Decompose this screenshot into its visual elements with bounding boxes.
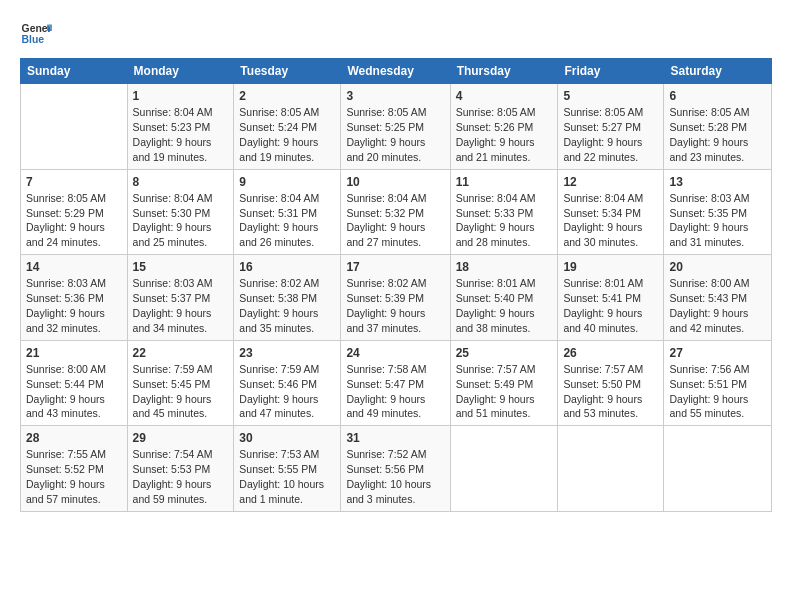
- day-info: Sunrise: 7:59 AMSunset: 5:45 PMDaylight:…: [133, 363, 213, 420]
- day-number: 15: [133, 259, 229, 275]
- calendar-week-row: 28Sunrise: 7:55 AMSunset: 5:52 PMDayligh…: [21, 426, 772, 512]
- header-day: Tuesday: [234, 59, 341, 84]
- day-info: Sunrise: 8:05 AMSunset: 5:27 PMDaylight:…: [563, 106, 643, 163]
- day-number: 30: [239, 430, 335, 446]
- calendar-cell: 31Sunrise: 7:52 AMSunset: 5:56 PMDayligh…: [341, 426, 450, 512]
- calendar-cell: 17Sunrise: 8:02 AMSunset: 5:39 PMDayligh…: [341, 255, 450, 341]
- calendar-cell: 2Sunrise: 8:05 AMSunset: 5:24 PMDaylight…: [234, 84, 341, 170]
- day-number: 7: [26, 174, 122, 190]
- calendar-cell: 11Sunrise: 8:04 AMSunset: 5:33 PMDayligh…: [450, 169, 558, 255]
- day-number: 29: [133, 430, 229, 446]
- day-info: Sunrise: 8:04 AMSunset: 5:32 PMDaylight:…: [346, 192, 426, 249]
- day-number: 8: [133, 174, 229, 190]
- calendar-cell: 5Sunrise: 8:05 AMSunset: 5:27 PMDaylight…: [558, 84, 664, 170]
- calendar-cell: 19Sunrise: 8:01 AMSunset: 5:41 PMDayligh…: [558, 255, 664, 341]
- day-info: Sunrise: 7:59 AMSunset: 5:46 PMDaylight:…: [239, 363, 319, 420]
- calendar-cell: [450, 426, 558, 512]
- day-number: 21: [26, 345, 122, 361]
- day-info: Sunrise: 7:57 AMSunset: 5:50 PMDaylight:…: [563, 363, 643, 420]
- header-day: Monday: [127, 59, 234, 84]
- calendar-week-row: 7Sunrise: 8:05 AMSunset: 5:29 PMDaylight…: [21, 169, 772, 255]
- header-row: SundayMondayTuesdayWednesdayThursdayFrid…: [21, 59, 772, 84]
- day-number: 20: [669, 259, 766, 275]
- calendar-cell: 25Sunrise: 7:57 AMSunset: 5:49 PMDayligh…: [450, 340, 558, 426]
- calendar-cell: 22Sunrise: 7:59 AMSunset: 5:45 PMDayligh…: [127, 340, 234, 426]
- calendar-cell: 20Sunrise: 8:00 AMSunset: 5:43 PMDayligh…: [664, 255, 772, 341]
- day-number: 19: [563, 259, 658, 275]
- calendar-cell: 7Sunrise: 8:05 AMSunset: 5:29 PMDaylight…: [21, 169, 128, 255]
- calendar-cell: 10Sunrise: 8:04 AMSunset: 5:32 PMDayligh…: [341, 169, 450, 255]
- day-info: Sunrise: 8:04 AMSunset: 5:34 PMDaylight:…: [563, 192, 643, 249]
- day-number: 14: [26, 259, 122, 275]
- header-day: Friday: [558, 59, 664, 84]
- header-day: Thursday: [450, 59, 558, 84]
- calendar-cell: 26Sunrise: 7:57 AMSunset: 5:50 PMDayligh…: [558, 340, 664, 426]
- page-header: General Blue: [20, 18, 772, 50]
- logo: General Blue: [20, 18, 56, 50]
- day-number: 18: [456, 259, 553, 275]
- day-info: Sunrise: 7:54 AMSunset: 5:53 PMDaylight:…: [133, 448, 213, 505]
- day-number: 3: [346, 88, 444, 104]
- calendar-cell: 14Sunrise: 8:03 AMSunset: 5:36 PMDayligh…: [21, 255, 128, 341]
- day-info: Sunrise: 8:00 AMSunset: 5:43 PMDaylight:…: [669, 277, 749, 334]
- day-info: Sunrise: 8:04 AMSunset: 5:31 PMDaylight:…: [239, 192, 319, 249]
- calendar-cell: 12Sunrise: 8:04 AMSunset: 5:34 PMDayligh…: [558, 169, 664, 255]
- calendar-week-row: 14Sunrise: 8:03 AMSunset: 5:36 PMDayligh…: [21, 255, 772, 341]
- day-info: Sunrise: 8:04 AMSunset: 5:33 PMDaylight:…: [456, 192, 536, 249]
- day-info: Sunrise: 8:00 AMSunset: 5:44 PMDaylight:…: [26, 363, 106, 420]
- calendar-cell: 15Sunrise: 8:03 AMSunset: 5:37 PMDayligh…: [127, 255, 234, 341]
- day-number: 2: [239, 88, 335, 104]
- day-info: Sunrise: 8:05 AMSunset: 5:25 PMDaylight:…: [346, 106, 426, 163]
- calendar-cell: [21, 84, 128, 170]
- day-info: Sunrise: 8:05 AMSunset: 5:26 PMDaylight:…: [456, 106, 536, 163]
- day-info: Sunrise: 7:57 AMSunset: 5:49 PMDaylight:…: [456, 363, 536, 420]
- day-info: Sunrise: 8:03 AMSunset: 5:35 PMDaylight:…: [669, 192, 749, 249]
- calendar-cell: 27Sunrise: 7:56 AMSunset: 5:51 PMDayligh…: [664, 340, 772, 426]
- day-info: Sunrise: 7:52 AMSunset: 5:56 PMDaylight:…: [346, 448, 431, 505]
- day-info: Sunrise: 8:03 AMSunset: 5:37 PMDaylight:…: [133, 277, 213, 334]
- calendar-cell: 16Sunrise: 8:02 AMSunset: 5:38 PMDayligh…: [234, 255, 341, 341]
- calendar-cell: 28Sunrise: 7:55 AMSunset: 5:52 PMDayligh…: [21, 426, 128, 512]
- header-day: Sunday: [21, 59, 128, 84]
- calendar-cell: 18Sunrise: 8:01 AMSunset: 5:40 PMDayligh…: [450, 255, 558, 341]
- day-number: 31: [346, 430, 444, 446]
- calendar-cell: [558, 426, 664, 512]
- day-info: Sunrise: 7:53 AMSunset: 5:55 PMDaylight:…: [239, 448, 324, 505]
- day-number: 17: [346, 259, 444, 275]
- day-info: Sunrise: 8:04 AMSunset: 5:30 PMDaylight:…: [133, 192, 213, 249]
- day-number: 5: [563, 88, 658, 104]
- header-day: Saturday: [664, 59, 772, 84]
- day-info: Sunrise: 7:58 AMSunset: 5:47 PMDaylight:…: [346, 363, 426, 420]
- day-number: 23: [239, 345, 335, 361]
- day-info: Sunrise: 8:02 AMSunset: 5:38 PMDaylight:…: [239, 277, 319, 334]
- calendar-cell: 24Sunrise: 7:58 AMSunset: 5:47 PMDayligh…: [341, 340, 450, 426]
- day-number: 11: [456, 174, 553, 190]
- calendar-cell: 8Sunrise: 8:04 AMSunset: 5:30 PMDaylight…: [127, 169, 234, 255]
- day-number: 28: [26, 430, 122, 446]
- day-info: Sunrise: 8:05 AMSunset: 5:24 PMDaylight:…: [239, 106, 319, 163]
- day-info: Sunrise: 8:01 AMSunset: 5:40 PMDaylight:…: [456, 277, 536, 334]
- svg-text:Blue: Blue: [22, 34, 45, 45]
- day-number: 24: [346, 345, 444, 361]
- day-number: 9: [239, 174, 335, 190]
- calendar-table: SundayMondayTuesdayWednesdayThursdayFrid…: [20, 58, 772, 512]
- calendar-cell: 13Sunrise: 8:03 AMSunset: 5:35 PMDayligh…: [664, 169, 772, 255]
- calendar-cell: 3Sunrise: 8:05 AMSunset: 5:25 PMDaylight…: [341, 84, 450, 170]
- day-number: 4: [456, 88, 553, 104]
- day-number: 13: [669, 174, 766, 190]
- calendar-cell: 29Sunrise: 7:54 AMSunset: 5:53 PMDayligh…: [127, 426, 234, 512]
- calendar-cell: 4Sunrise: 8:05 AMSunset: 5:26 PMDaylight…: [450, 84, 558, 170]
- day-info: Sunrise: 8:05 AMSunset: 5:29 PMDaylight:…: [26, 192, 106, 249]
- day-number: 6: [669, 88, 766, 104]
- day-info: Sunrise: 8:05 AMSunset: 5:28 PMDaylight:…: [669, 106, 749, 163]
- calendar-cell: 30Sunrise: 7:53 AMSunset: 5:55 PMDayligh…: [234, 426, 341, 512]
- calendar-cell: 23Sunrise: 7:59 AMSunset: 5:46 PMDayligh…: [234, 340, 341, 426]
- logo-icon: General Blue: [20, 18, 52, 50]
- calendar-cell: 21Sunrise: 8:00 AMSunset: 5:44 PMDayligh…: [21, 340, 128, 426]
- day-info: Sunrise: 7:56 AMSunset: 5:51 PMDaylight:…: [669, 363, 749, 420]
- calendar-cell: [664, 426, 772, 512]
- day-number: 10: [346, 174, 444, 190]
- day-number: 1: [133, 88, 229, 104]
- header-day: Wednesday: [341, 59, 450, 84]
- day-number: 12: [563, 174, 658, 190]
